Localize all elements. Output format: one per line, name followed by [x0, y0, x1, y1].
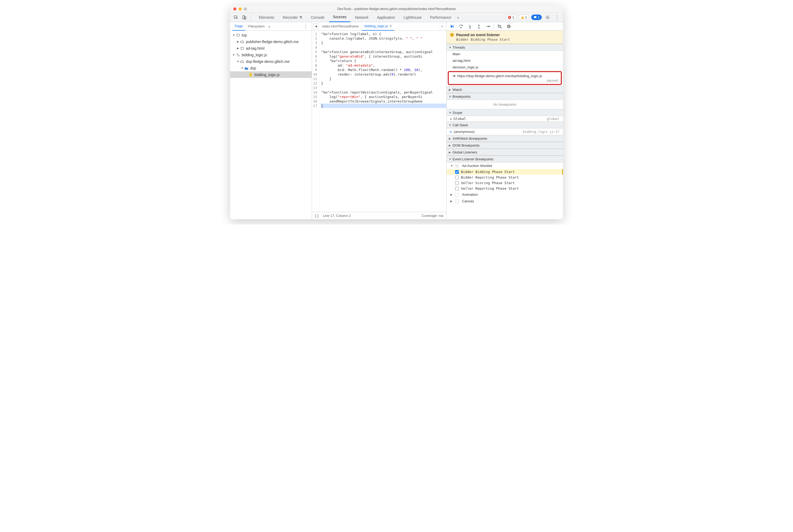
event-bp-header[interactable]: ▼Event Listener Breakpoints — [447, 156, 563, 163]
event-bp-body: ▼ − Ad Auction Worklet Bidder Bidding Ph… — [447, 163, 563, 205]
svg-point-6 — [547, 17, 548, 18]
tree-item-adtag[interactable]: ▶ ad-tag.html — [230, 45, 312, 52]
tab-network[interactable]: Network — [351, 13, 372, 22]
settings-icon[interactable] — [544, 14, 551, 21]
debugger-panel: Paused on event listener Bidder Bidding … — [447, 22, 563, 219]
nav-forward-icon[interactable]: ▶ — [439, 23, 446, 29]
event-bp-item[interactable]: Bidder Reporting Phase Start — [447, 175, 563, 180]
tab-console[interactable]: Console — [307, 13, 328, 22]
tab-application[interactable]: Application — [373, 13, 399, 22]
js-file-icon — [249, 73, 253, 77]
event-bp-item[interactable]: Seller Reporting Phase Start — [447, 186, 563, 191]
xhr-bp-header[interactable]: ▶XHR/fetch Breakpoints — [447, 135, 563, 142]
dom-bp-header[interactable]: ▶DOM Breakpoints — [447, 142, 563, 149]
debug-toolbar — [447, 22, 563, 31]
svg-rect-7 — [237, 34, 240, 36]
event-bp-checkbox[interactable] — [455, 170, 459, 174]
step-into-icon[interactable] — [467, 23, 473, 30]
tab-sources[interactable]: Sources — [329, 13, 350, 22]
global-listeners-header[interactable]: ▶Global Listeners — [447, 149, 563, 156]
inspect-element-icon[interactable] — [232, 14, 240, 21]
tree-item-top[interactable]: ▼ top — [230, 32, 312, 38]
thread-item[interactable]: ad-tag.html — [447, 57, 563, 64]
info-icon — [533, 16, 537, 19]
breakpoints-header[interactable]: ▼Breakpoints — [447, 93, 563, 100]
navigator-tab-filesystem[interactable]: Filesystem — [245, 22, 267, 31]
code-area[interactable]: "kw">function log(label, o) { console.lo… — [320, 31, 447, 212]
step-icon[interactable] — [485, 23, 491, 30]
tree-item-worklet[interactable]: ▼ bidding_logic.js — [230, 52, 312, 58]
editor-body[interactable]: 1234567891011121314151617 "kw">function … — [312, 31, 447, 212]
maximize-window-button[interactable] — [244, 7, 247, 11]
event-bp-item[interactable]: Seller Scoring Phase Start — [447, 180, 563, 186]
expand-box-icon[interactable] — [455, 200, 459, 203]
tree-item-bidding-file[interactable]: bidding_logic.js — [230, 71, 312, 78]
pause-exceptions-icon[interactable] — [506, 23, 512, 30]
nav-back-icon[interactable]: ◀ — [313, 23, 319, 29]
tree-item-dsp-folder[interactable]: ▼ dsp — [230, 65, 312, 71]
tree-label: dsp-fledge-demo.glitch.me — [246, 59, 289, 64]
svg-rect-11 — [453, 25, 454, 28]
watch-header[interactable]: ▶Watch — [447, 86, 563, 93]
flask-icon: ⚗ — [299, 15, 302, 20]
tree-item-dsp-domain[interactable]: ▼ dsp-fledge-demo.glitch.me — [230, 58, 312, 65]
event-bp-checkbox[interactable] — [455, 176, 459, 179]
svg-point-13 — [470, 27, 470, 28]
event-category-ad-auction[interactable]: ▼ − Ad Auction Worklet — [447, 163, 563, 169]
editor-tab-bidding[interactable]: bidding_logic.js× — [362, 22, 394, 31]
tab-recorder[interactable]: Recorder ⚗ — [279, 13, 306, 22]
tree-label: ad-tag.html — [246, 46, 264, 51]
svg-rect-4 — [522, 17, 523, 18]
editor-tab-index[interactable]: index.html?fencedframe — [319, 22, 361, 31]
thread-status: paused — [453, 78, 558, 82]
file-tree: ▼ top ▶ publisher-fledge-demo.glitch.me … — [230, 31, 312, 219]
breakpoints-body: No breakpoints — [447, 100, 563, 109]
deactivate-breakpoints-icon[interactable] — [497, 23, 503, 30]
collapse-box-icon[interactable]: − — [455, 164, 459, 168]
expand-box-icon[interactable] — [455, 193, 459, 196]
callstack-header[interactable]: ▼Call Stack — [447, 121, 563, 128]
navigator-menu-icon[interactable]: ⋮ — [302, 23, 309, 29]
tab-elements[interactable]: Elements — [255, 13, 278, 22]
thread-item-current[interactable]: ➔https://dsp-fledge-demo.glitch.me/dsp/b… — [448, 71, 562, 85]
event-bp-checkbox[interactable] — [455, 181, 459, 185]
tab-lighthouse[interactable]: Lighthouse — [400, 13, 426, 22]
device-toggle-icon[interactable] — [241, 14, 248, 21]
svg-point-10 — [238, 55, 239, 56]
scope-header[interactable]: ▼Scope — [447, 109, 563, 116]
svg-rect-8 — [241, 47, 244, 49]
svg-rect-17 — [508, 26, 509, 27]
close-window-button[interactable] — [233, 7, 237, 11]
event-category-canvas[interactable]: ▶ Canvas — [447, 198, 563, 205]
callstack-frame[interactable]: ➔ (anonymous) bidding_logic.js:17 — [447, 128, 563, 135]
scope-body: ▶Globalglobal — [447, 116, 563, 121]
resume-icon[interactable] — [449, 23, 455, 30]
issues-badge[interactable]: 1 — [531, 15, 542, 20]
thread-item[interactable]: Main — [447, 51, 563, 57]
svg-rect-18 — [509, 26, 510, 27]
navigator-more-icon[interactable]: » — [268, 24, 270, 28]
event-bp-checkbox[interactable] — [455, 187, 459, 190]
no-breakpoints-msg: No breakpoints — [447, 100, 563, 109]
thread-item[interactable]: decision_logic.js — [447, 64, 563, 71]
scope-global[interactable]: ▶Globalglobal — [447, 116, 563, 121]
format-icon[interactable]: { } — [315, 214, 319, 218]
svg-rect-21 — [452, 36, 452, 36]
kebab-menu-icon[interactable]: ⋮ — [553, 14, 561, 21]
warning-icon — [450, 33, 454, 37]
event-bp-item[interactable]: Bidder Bidding Phase Start — [447, 169, 563, 175]
tab-performance[interactable]: Performance — [426, 13, 455, 22]
cloud-icon — [240, 59, 244, 64]
warnings-badge[interactable]: 1 — [518, 15, 529, 20]
navigator-tab-page[interactable]: Page — [232, 22, 245, 31]
errors-badge[interactable]: 1 — [506, 15, 516, 20]
more-tabs-icon[interactable]: » — [456, 13, 460, 22]
tree-item-domain[interactable]: ▶ publisher-fledge-demo.glitch.me — [230, 38, 312, 45]
step-over-icon[interactable] — [458, 23, 464, 30]
step-out-icon[interactable] — [476, 23, 482, 30]
close-tab-icon[interactable]: × — [390, 24, 392, 28]
threads-header[interactable]: ▼Threads — [447, 44, 563, 51]
inspect-buttons — [232, 14, 251, 21]
minimize-window-button[interactable] — [239, 7, 242, 11]
event-category-animation[interactable]: ▶ Animation — [447, 191, 563, 198]
